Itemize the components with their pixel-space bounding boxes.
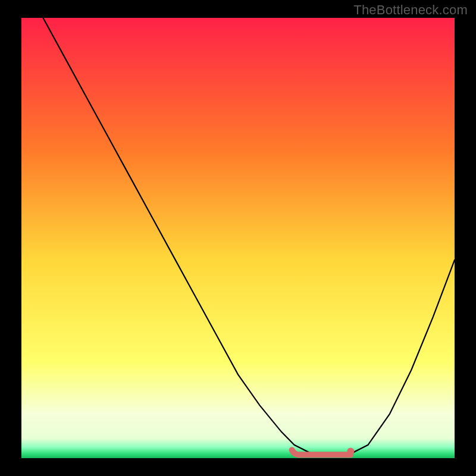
watermark-text: TheBottleneck.com (353, 2, 468, 18)
marker-dot (347, 448, 354, 455)
chart-svg (21, 18, 455, 458)
chart-background (21, 18, 455, 458)
chart-plot-area (21, 18, 455, 458)
